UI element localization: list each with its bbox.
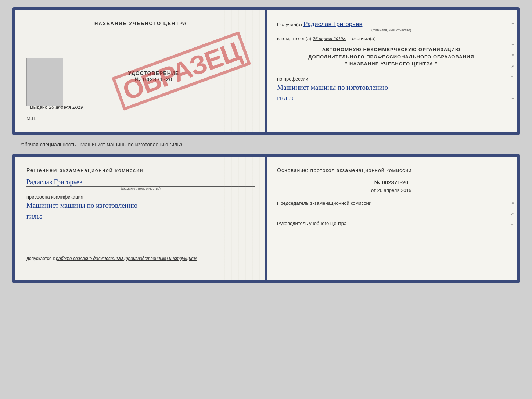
ot-date-value: 26 апреля 2019 [377,188,412,193]
protocol-number: № 002371-20 [277,179,506,185]
rukovoditel-sig-line [277,229,328,236]
kvalif-line1: Машинист машины по изготовлению [26,201,255,211]
predsedatel-label: Председатель экзаменационной комиссии [277,200,506,207]
udost-block: УДОСТОВЕРЕНИЕ № 002371-20 [52,70,255,82]
resheniem-title: Решением экзаменационной комиссии [26,167,255,173]
bottom-right-panel: – – – и ,а ← – – – – Основание: протокол… [266,157,517,280]
dopusk-text: работе согласно должностным (производств… [56,256,197,261]
predsedatel-sig-line [277,208,328,215]
bottom-document: – – – – – – Решением экзаменационной ком… [12,154,520,283]
dopusk-prefix: допускается к [26,256,55,261]
photo-placeholder [26,58,63,106]
top-left-panel: НАЗВАНИЕ УЧЕБНОГО ЦЕНТРА ОБРАЗЕЦ УДОСТОВ… [15,10,266,132]
profession-line1: Машинист машины по изготовлению [277,83,506,93]
top-document: НАЗВАНИЕ УЧЕБНОГО ЦЕНТРА ОБРАЗЕЦ УДОСТОВ… [12,7,520,135]
top-title: НАЗВАНИЕ УЧЕБНОГО ЦЕНТРА [26,21,255,26]
org-line3: " НАЗВАНИЕ УЧЕБНОГО ЦЕНТРА " [277,60,506,68]
poluchil-label: Получил(а) [277,22,302,27]
top-right-panel: – – – и ,а ← – – – – Получил(а) Радислав… [266,10,517,132]
bottom-left-side-decoration: – – – – – – [256,157,263,280]
rukovoditel-block: Руководитель учебного Центра [277,220,506,236]
udost-number: № 002371-20 [52,76,255,82]
po-professii-label: по профессии [277,76,506,82]
osnovanie-title: Основание: протокол экзаменационной коми… [277,167,506,173]
org-line1: АВТОНОМНУЮ НЕКОММЕРЧЕСКУЮ ОРГАНИЗАЦИЮ [277,46,506,53]
vtom-date: 26 апреля 2019г. [313,36,346,41]
bottom-name-subtitle: (фамилия, имя, отчество) [26,187,255,190]
org-line2: ДОПОЛНИТЕЛЬНОГО ПРОФЕССИОНАЛЬНОГО ОБРАЗО… [277,53,506,61]
ot-label: от [371,188,376,193]
kvalif-line2: гильз [26,212,163,222]
dash1: – [367,22,369,27]
bottom-name: Радислав Григорьев [26,178,255,187]
vtom-row: в том, что он(а) 26 апреля 2019г. окончи… [277,35,506,42]
ot-date-row: от 26 апреля 2019 [277,188,506,193]
vtom-label: в том, что он(а) [277,36,311,41]
mp-line: М.П. [26,115,255,121]
rukovoditel-label: Руководитель учебного Центра [277,220,506,227]
bottom-right-side-decoration: – – – и ,а ← – – – – [506,157,514,280]
profession-line2: гильз [277,94,460,104]
separator-label: Рабочая специальность - Машинист машины … [7,142,182,147]
right-side-decoration: – – – и ,а ← – – – – [506,10,514,132]
prisvoena-label: присвоена квалификация [26,194,255,200]
bottom-left-panel: – – – – – – Решением экзаменационной ком… [15,157,266,280]
predsedatel-block: Председатель экзаменационной комиссии [277,200,506,216]
poluchil-row: Получил(а) Радислав Григорьев – (фамилия… [277,21,506,32]
poluchil-name: Радислав Григорьев [303,21,363,28]
dopuskaetsya-label: допускается к работе согласно должностны… [26,256,255,261]
okonchil-label: окончил(а) [352,36,376,41]
udost-word: УДОСТОВЕРЕНИЕ [52,70,255,76]
poluchil-subtitle: (фамилия, имя, отчество) [277,28,506,32]
org-block: АВТОНОМНУЮ НЕКОММЕРЧЕСКУЮ ОРГАНИЗАЦИЮ ДО… [277,46,506,68]
